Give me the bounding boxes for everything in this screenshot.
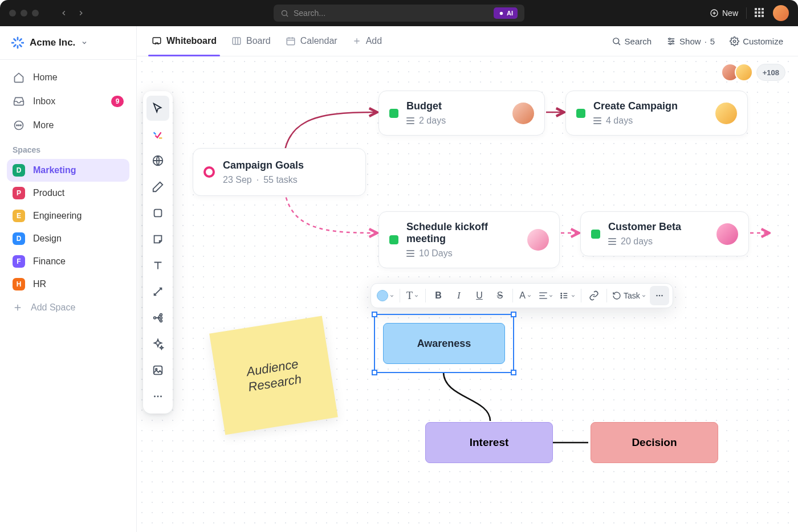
workspace-logo-icon bbox=[11, 36, 24, 49]
card-kickoff[interactable]: Schedule kickoff meeting 10 Days bbox=[378, 211, 560, 268]
presence-more[interactable]: +108 bbox=[756, 64, 785, 81]
view-search-button[interactable]: Search bbox=[608, 36, 656, 46]
space-label: Finance bbox=[33, 256, 66, 267]
sidebar-item-engineering[interactable]: E Engineering bbox=[7, 204, 129, 227]
fmt-underline[interactable]: U bbox=[470, 286, 489, 305]
workspace-switcher[interactable]: Acme Inc. bbox=[0, 26, 136, 60]
shape-interest[interactable]: Interest bbox=[425, 422, 553, 463]
traffic-min[interactable] bbox=[21, 10, 27, 17]
inbox-icon bbox=[13, 95, 25, 108]
card-create-campaign[interactable]: Create Campaign 4 days bbox=[565, 91, 748, 136]
apps-grid-icon[interactable] bbox=[755, 8, 765, 18]
sidebar-item-more[interactable]: More bbox=[7, 113, 129, 137]
fmt-strike[interactable]: S bbox=[490, 286, 510, 305]
sidebar-item-hr[interactable]: H HR bbox=[7, 273, 129, 296]
fmt-text-style[interactable]: T bbox=[403, 286, 422, 305]
card-campaign-goals[interactable]: Campaign Goals 23 Sep · 55 tasks bbox=[193, 148, 366, 196]
sidebar-item-home[interactable]: Home bbox=[7, 66, 129, 89]
tool-web[interactable] bbox=[146, 148, 169, 173]
add-space-button[interactable]: Add Space bbox=[7, 296, 129, 320]
svg-point-24 bbox=[157, 396, 159, 398]
presence-avatar[interactable] bbox=[735, 63, 753, 81]
global-search[interactable]: Search... AI bbox=[274, 5, 524, 22]
convert-icon bbox=[612, 291, 621, 300]
space-label: HR bbox=[33, 279, 46, 289]
tool-ai[interactable] bbox=[146, 332, 169, 357]
assignee-avatar[interactable] bbox=[715, 103, 737, 124]
card-customer-beta[interactable]: Customer Beta 20 days bbox=[580, 211, 749, 256]
fmt-link[interactable] bbox=[584, 286, 604, 305]
sticky-note-text: Audience Research bbox=[226, 353, 321, 398]
tab-whiteboard[interactable]: Whiteboard bbox=[148, 26, 220, 56]
card-subtitle: 2 days bbox=[406, 116, 504, 126]
tool-mindmap[interactable] bbox=[146, 305, 169, 330]
sidebar-item-design[interactable]: D Design bbox=[7, 227, 129, 250]
tool-select[interactable] bbox=[146, 96, 169, 121]
traffic-max[interactable] bbox=[32, 10, 39, 17]
fmt-align[interactable] bbox=[536, 286, 556, 305]
status-icon bbox=[389, 235, 398, 244]
tool-connector[interactable] bbox=[146, 279, 169, 304]
assignee-avatar[interactable] bbox=[527, 229, 549, 251]
svg-point-29 bbox=[656, 295, 658, 297]
fmt-shape-color[interactable] bbox=[374, 286, 397, 305]
plus-icon bbox=[13, 302, 23, 313]
assignee-avatar[interactable] bbox=[716, 223, 738, 245]
sidebar-item-product[interactable]: P Product bbox=[7, 182, 129, 204]
fmt-convert-task[interactable]: Task bbox=[610, 286, 649, 305]
fmt-more[interactable] bbox=[650, 286, 669, 305]
new-button[interactable]: New bbox=[710, 9, 738, 18]
fmt-list[interactable] bbox=[557, 286, 578, 305]
svg-point-4 bbox=[17, 125, 18, 126]
svg-point-25 bbox=[160, 396, 162, 398]
svg-point-26 bbox=[561, 293, 562, 294]
tool-sticky[interactable] bbox=[146, 227, 169, 252]
goal-ring-icon bbox=[203, 166, 215, 178]
calendar-icon bbox=[286, 36, 296, 46]
svg-point-14 bbox=[734, 40, 736, 42]
nav-back-icon[interactable] bbox=[57, 6, 71, 20]
sidebar-item-marketing[interactable]: D Marketing bbox=[7, 159, 129, 182]
tool-pen[interactable] bbox=[146, 174, 169, 199]
assignee-avatar[interactable] bbox=[512, 103, 534, 124]
view-customize-button[interactable]: Customize bbox=[726, 36, 787, 46]
card-budget[interactable]: Budget 2 days bbox=[378, 91, 545, 136]
color-swatch-icon bbox=[377, 290, 388, 301]
sidebar-item-inbox[interactable]: Inbox 9 bbox=[7, 89, 129, 113]
selected-shape-awareness[interactable]: Awareness bbox=[374, 314, 514, 373]
traffic-close[interactable] bbox=[9, 10, 16, 17]
svg-point-20 bbox=[160, 320, 162, 322]
fmt-font-color[interactable]: A bbox=[516, 286, 535, 305]
nav-forward-icon[interactable] bbox=[74, 6, 88, 20]
svg-point-1 bbox=[500, 11, 503, 15]
description-icon bbox=[593, 117, 601, 124]
space-label: Design bbox=[33, 234, 62, 244]
tool-more[interactable] bbox=[146, 384, 169, 409]
whiteboard-canvas[interactable]: +108 bbox=[137, 56, 798, 532]
tool-image[interactable] bbox=[146, 358, 169, 383]
view-show-button[interactable]: Show · 5 bbox=[663, 36, 718, 46]
fmt-bold[interactable]: B bbox=[429, 286, 448, 305]
view-tabs: Whiteboard Board Calendar Add Search S bbox=[137, 26, 798, 56]
tab-calendar[interactable]: Calendar bbox=[282, 26, 341, 56]
window-controls bbox=[9, 10, 39, 17]
tool-task[interactable] bbox=[146, 122, 169, 147]
space-label: Marketing bbox=[33, 165, 76, 175]
whiteboard-icon bbox=[152, 36, 162, 46]
user-avatar[interactable] bbox=[773, 5, 789, 21]
link-icon bbox=[589, 290, 599, 301]
format-toolbar: T B I U S A bbox=[370, 283, 673, 308]
fmt-italic[interactable]: I bbox=[449, 286, 469, 305]
svg-point-27 bbox=[561, 295, 562, 296]
spaces-heading: Spaces bbox=[7, 137, 129, 159]
tool-text[interactable] bbox=[146, 253, 169, 278]
add-view-button[interactable]: Add bbox=[349, 26, 385, 56]
sidebar-item-finance[interactable]: F Finance bbox=[7, 250, 129, 273]
sticky-note[interactable]: Audience Research bbox=[209, 316, 338, 435]
shape-decision[interactable]: Decision bbox=[591, 422, 718, 463]
ai-button[interactable]: AI bbox=[494, 7, 518, 19]
add-space-label: Add Space bbox=[31, 302, 75, 313]
tool-shape[interactable] bbox=[146, 200, 169, 226]
shape-label: Interest bbox=[470, 436, 509, 449]
tab-board[interactable]: Board bbox=[228, 26, 274, 56]
